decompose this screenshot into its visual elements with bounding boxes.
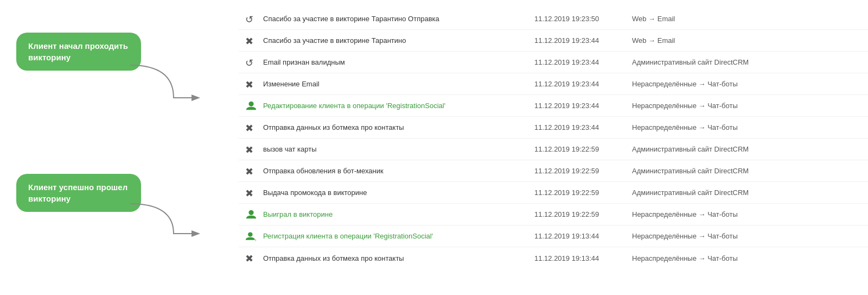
event-row: ✖ Отправка данных из ботмеха про контакт…: [239, 247, 868, 269]
event-description: Изменение Email: [263, 80, 534, 88]
event-row: Редактирование клиента в операции 'Regis…: [239, 95, 868, 117]
event-row: ✖ Отправка обновления в бот-механик 11.1…: [239, 160, 868, 182]
cross-icon: ✖: [245, 143, 257, 155]
event-description-link[interactable]: Выиграл в викторине: [263, 210, 534, 218]
event-timestamp: 11.12.2019 19:23:44: [534, 36, 632, 45]
svg-point-4: [248, 101, 253, 106]
svg-text:↺: ↺: [245, 14, 253, 25]
cross-icon: ✖: [245, 122, 257, 134]
event-row: ↺ Email признан валидным 11.12.2019 19:2…: [239, 52, 868, 73]
event-row: , Регистрация клиента в операции 'Regist…: [239, 225, 868, 247]
icon-cell: [239, 100, 263, 112]
svg-text:✖: ✖: [245, 144, 253, 155]
event-source: Web → Email: [632, 36, 868, 45]
event-source: Нераспределённые → Чат-боты: [632, 123, 868, 131]
event-description: Спасибо за участие в викторине Тарантино…: [263, 15, 534, 23]
event-description: Отправка данных из ботмеха про контакты: [263, 254, 534, 262]
event-description: вызов чат карты: [263, 145, 534, 153]
event-description: Отправка обновления в бот-механик: [263, 167, 534, 175]
cross-icon: ✖: [245, 35, 257, 47]
cross-icon: ✖: [245, 187, 257, 199]
event-description: Выдача промокода в викторине: [263, 189, 534, 197]
icon-cell: ✖: [239, 122, 263, 134]
icon-cell: ↺: [239, 13, 263, 25]
event-source: Нераспределённые → Чат-боты: [632, 80, 868, 88]
event-timestamp: 11.12.2019 19:22:59: [534, 189, 632, 197]
refresh-icon: ↺: [245, 57, 257, 68]
event-row: ✖ Выдача промокода в викторине 11.12.201…: [239, 182, 868, 204]
icon-cell: ↺: [239, 57, 263, 68]
event-timestamp: 11.12.2019 19:22:59: [534, 167, 632, 175]
event-bubble-2: Клиент успешно прошел викторину: [16, 174, 141, 212]
event-row: Выиграл в викторине 11.12.2019 19:22:59 …: [239, 204, 868, 225]
icon-cell: ✖: [239, 143, 263, 155]
event-timestamp: 11.12.2019 19:13:44: [534, 232, 632, 240]
event-source: Web → Email: [632, 15, 868, 23]
icon-cell: ,: [239, 230, 263, 242]
person-green-icon: [245, 100, 257, 112]
event-row: ✖ вызов чат карты 11.12.2019 19:22:59 Ад…: [239, 139, 868, 160]
cross-icon: ✖: [245, 165, 257, 177]
bubble-1-text: Клиент начал проходить викторину: [28, 41, 128, 62]
left-panel: Клиент начал проходить викторину Клиент …: [0, 5, 228, 290]
icon-cell: ✖: [239, 165, 263, 177]
event-source: Административный сайт DirectCRM: [632, 58, 868, 66]
event-row: ✖ Отправка данных из ботмеха про контакт…: [239, 117, 868, 139]
svg-text:✖: ✖: [245, 35, 253, 47]
event-timestamp: 11.12.2019 19:22:59: [534, 210, 632, 218]
event-row: ✖ Спасибо за участие в викторине Таранти…: [239, 30, 868, 52]
connector-1-svg: [130, 49, 217, 109]
event-timestamp: 11.12.2019 19:23:44: [534, 80, 632, 88]
bubble-2-text: Клиент успешно прошел викторину: [28, 183, 127, 203]
event-source: Нераспределённые → Чат-боты: [632, 232, 868, 240]
main-container: Клиент начал проходить викторину Клиент …: [0, 0, 868, 295]
event-description: Спасибо за участие в викторине Тарантино: [263, 36, 534, 45]
svg-text:↺: ↺: [245, 57, 253, 68]
event-timestamp: 11.12.2019 19:23:44: [534, 123, 632, 131]
event-timestamp: 11.12.2019 19:22:59: [534, 145, 632, 153]
event-description-link[interactable]: Редактирование клиента в операции 'Regis…: [263, 102, 534, 110]
person-green-2-icon: ,: [245, 230, 257, 242]
event-timestamp: 11.12.2019 19:23:44: [534, 58, 632, 66]
connector-2-svg: [130, 187, 217, 242]
event-source: Административный сайт DirectCRM: [632, 167, 868, 175]
svg-text:✖: ✖: [245, 79, 253, 90]
svg-text:✖: ✖: [245, 253, 253, 264]
icon-cell: ✖: [239, 187, 263, 199]
icon-cell: ✖: [239, 35, 263, 47]
svg-text:,: ,: [254, 235, 256, 241]
right-panel: ↺ Спасибо за участие в викторине Таранти…: [228, 5, 868, 290]
event-description: Email признан валидным: [263, 58, 534, 66]
refresh-icon: ↺: [245, 13, 257, 25]
cross-icon: ✖: [245, 252, 257, 264]
icon-cell: ✖: [239, 252, 263, 264]
event-timestamp: 11.12.2019 19:13:44: [534, 254, 632, 262]
icon-cell: ✖: [239, 78, 263, 90]
svg-point-10: [248, 232, 252, 236]
event-source: Нераспределённые → Чат-боты: [632, 254, 868, 262]
event-source: Административный сайт DirectCRM: [632, 189, 868, 197]
event-timestamp: 11.12.2019 19:23:44: [534, 102, 632, 110]
event-bubble-1: Клиент начал проходить викторину: [16, 33, 141, 71]
event-source: Нераспределённые → Чат-боты: [632, 210, 868, 218]
svg-text:✖: ✖: [245, 166, 253, 177]
svg-point-9: [248, 210, 253, 215]
person-green-icon: [245, 209, 257, 221]
event-description: Отправка данных из ботмеха про контакты: [263, 123, 534, 131]
cross-icon: ✖: [245, 78, 257, 90]
event-row: ✖ Изменение Email 11.12.2019 19:23:44 Не…: [239, 73, 868, 95]
svg-text:✖: ✖: [245, 187, 253, 199]
event-row: ↺ Спасибо за участие в викторине Таранти…: [239, 8, 868, 30]
event-description-link[interactable]: Регистрация клиента в операции 'Registra…: [263, 232, 534, 240]
icon-cell: [239, 209, 263, 221]
svg-text:✖: ✖: [245, 122, 253, 134]
event-timestamp: 11.12.2019 19:23:50: [534, 15, 632, 23]
event-source: Административный сайт DirectCRM: [632, 145, 868, 153]
event-source: Нераспределённые → Чат-боты: [632, 102, 868, 110]
